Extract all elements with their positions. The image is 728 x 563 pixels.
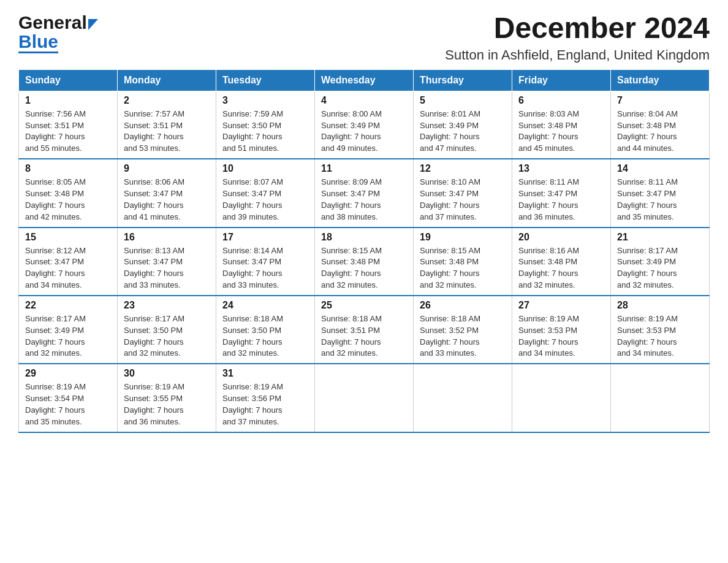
day-number: 12 [420, 163, 506, 174]
day-number: 23 [124, 300, 210, 311]
col-sunday: Sunday [19, 69, 118, 91]
table-row: 16Sunrise: 8:13 AMSunset: 3:47 PMDayligh… [118, 228, 216, 296]
calendar-header-row: Sunday Monday Tuesday Wednesday Thursday… [19, 69, 710, 91]
day-info: Sunrise: 8:12 AMSunset: 3:47 PMDaylight:… [25, 245, 111, 291]
table-row: 8Sunrise: 8:05 AMSunset: 3:48 PMDaylight… [19, 159, 118, 227]
col-tuesday: Tuesday [216, 69, 315, 91]
table-row: 22Sunrise: 8:17 AMSunset: 3:49 PMDayligh… [19, 296, 118, 364]
day-info: Sunrise: 8:00 AMSunset: 3:49 PMDaylight:… [321, 109, 407, 155]
day-number: 2 [124, 95, 210, 106]
month-title: December 2024 [445, 12, 710, 45]
table-row: 5Sunrise: 8:01 AMSunset: 3:49 PMDaylight… [414, 91, 512, 159]
logo-general-text: General [18, 12, 87, 33]
day-number: 20 [518, 232, 604, 243]
table-row: 20Sunrise: 8:16 AMSunset: 3:48 PMDayligh… [512, 228, 611, 296]
day-info: Sunrise: 8:19 AMSunset: 3:53 PMDaylight:… [518, 313, 604, 359]
table-row: 30Sunrise: 8:19 AMSunset: 3:55 PMDayligh… [118, 364, 216, 432]
day-info: Sunrise: 8:01 AMSunset: 3:49 PMDaylight:… [420, 109, 506, 155]
day-info: Sunrise: 8:13 AMSunset: 3:47 PMDaylight:… [124, 245, 210, 291]
table-row: 15Sunrise: 8:12 AMSunset: 3:47 PMDayligh… [19, 228, 118, 296]
day-info: Sunrise: 8:07 AMSunset: 3:47 PMDaylight:… [222, 177, 308, 223]
day-number: 7 [617, 95, 703, 106]
day-number: 24 [222, 300, 308, 311]
table-row: 21Sunrise: 8:17 AMSunset: 3:49 PMDayligh… [611, 228, 710, 296]
col-monday: Monday [118, 69, 216, 91]
logo-arrow-icon [88, 19, 98, 30]
day-info: Sunrise: 8:03 AMSunset: 3:48 PMDaylight:… [518, 109, 604, 155]
col-saturday: Saturday [611, 69, 710, 91]
day-info: Sunrise: 7:57 AMSunset: 3:51 PMDaylight:… [124, 109, 210, 155]
table-row: 2Sunrise: 7:57 AMSunset: 3:51 PMDaylight… [118, 91, 216, 159]
table-row: 3Sunrise: 7:59 AMSunset: 3:50 PMDaylight… [216, 91, 315, 159]
day-number: 1 [25, 95, 111, 106]
day-number: 11 [321, 163, 407, 174]
day-info: Sunrise: 8:19 AMSunset: 3:55 PMDaylight:… [124, 381, 210, 427]
table-row [611, 364, 710, 432]
table-row: 28Sunrise: 8:19 AMSunset: 3:53 PMDayligh… [611, 296, 710, 364]
day-info: Sunrise: 8:15 AMSunset: 3:48 PMDaylight:… [420, 245, 506, 291]
table-row: 26Sunrise: 8:18 AMSunset: 3:52 PMDayligh… [414, 296, 512, 364]
logo-underline [18, 52, 58, 53]
table-row: 10Sunrise: 8:07 AMSunset: 3:47 PMDayligh… [216, 159, 315, 227]
day-info: Sunrise: 7:56 AMSunset: 3:51 PMDaylight:… [25, 109, 111, 155]
table-row [315, 364, 414, 432]
day-info: Sunrise: 8:16 AMSunset: 3:48 PMDaylight:… [518, 245, 604, 291]
logo-row: General [18, 12, 98, 33]
table-row: 14Sunrise: 8:11 AMSunset: 3:47 PMDayligh… [611, 159, 710, 227]
day-info: Sunrise: 8:14 AMSunset: 3:47 PMDaylight:… [222, 245, 308, 291]
table-row: 6Sunrise: 8:03 AMSunset: 3:48 PMDaylight… [512, 91, 611, 159]
calendar-week-3: 15Sunrise: 8:12 AMSunset: 3:47 PMDayligh… [19, 228, 710, 296]
day-number: 18 [321, 232, 407, 243]
title-block: December 2024 Sutton in Ashfield, Englan… [445, 12, 710, 63]
table-row: 31Sunrise: 8:19 AMSunset: 3:56 PMDayligh… [216, 364, 315, 432]
table-row [512, 364, 611, 432]
day-number: 5 [420, 95, 506, 106]
table-row: 11Sunrise: 8:09 AMSunset: 3:47 PMDayligh… [315, 159, 414, 227]
table-row: 19Sunrise: 8:15 AMSunset: 3:48 PMDayligh… [414, 228, 512, 296]
day-info: Sunrise: 8:17 AMSunset: 3:50 PMDaylight:… [124, 313, 210, 359]
table-row: 29Sunrise: 8:19 AMSunset: 3:54 PMDayligh… [19, 364, 118, 432]
day-number: 28 [617, 300, 703, 311]
table-row: 18Sunrise: 8:15 AMSunset: 3:48 PMDayligh… [315, 228, 414, 296]
table-row: 1Sunrise: 7:56 AMSunset: 3:51 PMDaylight… [19, 91, 118, 159]
day-number: 3 [222, 95, 308, 106]
day-number: 22 [25, 300, 111, 311]
calendar-week-2: 8Sunrise: 8:05 AMSunset: 3:48 PMDaylight… [19, 159, 710, 227]
day-number: 29 [25, 368, 111, 379]
col-friday: Friday [512, 69, 611, 91]
table-row: 7Sunrise: 8:04 AMSunset: 3:48 PMDaylight… [611, 91, 710, 159]
day-info: Sunrise: 8:17 AMSunset: 3:49 PMDaylight:… [617, 245, 703, 291]
day-info: Sunrise: 8:05 AMSunset: 3:48 PMDaylight:… [25, 177, 111, 223]
day-number: 8 [25, 163, 111, 174]
day-number: 13 [518, 163, 604, 174]
table-row: 24Sunrise: 8:18 AMSunset: 3:50 PMDayligh… [216, 296, 315, 364]
calendar-table: Sunday Monday Tuesday Wednesday Thursday… [18, 69, 710, 433]
table-row [414, 364, 512, 432]
day-number: 4 [321, 95, 407, 106]
day-info: Sunrise: 8:19 AMSunset: 3:54 PMDaylight:… [25, 381, 111, 427]
table-row: 27Sunrise: 8:19 AMSunset: 3:53 PMDayligh… [512, 296, 611, 364]
day-number: 30 [124, 368, 210, 379]
logo: General Blue [18, 12, 98, 53]
day-number: 21 [617, 232, 703, 243]
day-info: Sunrise: 8:19 AMSunset: 3:53 PMDaylight:… [617, 313, 703, 359]
table-row: 12Sunrise: 8:10 AMSunset: 3:47 PMDayligh… [414, 159, 512, 227]
calendar-week-4: 22Sunrise: 8:17 AMSunset: 3:49 PMDayligh… [19, 296, 710, 364]
day-info: Sunrise: 8:04 AMSunset: 3:48 PMDaylight:… [617, 109, 703, 155]
col-thursday: Thursday [414, 69, 512, 91]
table-row: 17Sunrise: 8:14 AMSunset: 3:47 PMDayligh… [216, 228, 315, 296]
day-info: Sunrise: 8:19 AMSunset: 3:56 PMDaylight:… [222, 381, 308, 427]
day-info: Sunrise: 8:15 AMSunset: 3:48 PMDaylight:… [321, 245, 407, 291]
day-number: 27 [518, 300, 604, 311]
logo-blue-text: Blue [18, 33, 58, 50]
day-number: 6 [518, 95, 604, 106]
table-row: 25Sunrise: 8:18 AMSunset: 3:51 PMDayligh… [315, 296, 414, 364]
day-number: 19 [420, 232, 506, 243]
day-number: 26 [420, 300, 506, 311]
day-info: Sunrise: 8:11 AMSunset: 3:47 PMDaylight:… [518, 177, 604, 223]
day-info: Sunrise: 8:09 AMSunset: 3:47 PMDaylight:… [321, 177, 407, 223]
day-number: 9 [124, 163, 210, 174]
day-number: 16 [124, 232, 210, 243]
day-number: 17 [222, 232, 308, 243]
day-number: 14 [617, 163, 703, 174]
